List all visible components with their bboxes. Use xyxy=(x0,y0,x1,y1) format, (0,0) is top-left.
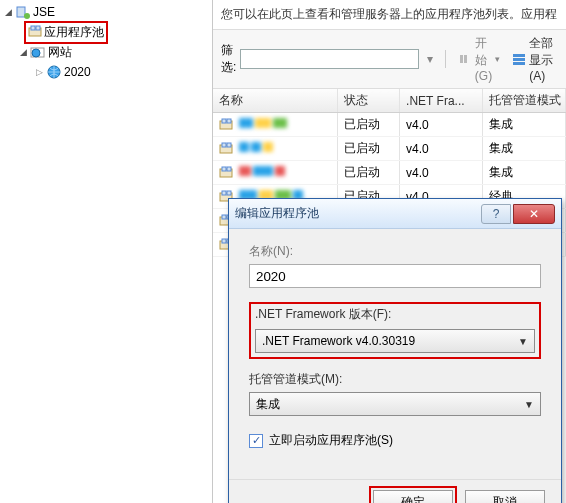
row-mode: 集成 xyxy=(483,137,566,161)
row-status: 已启动 xyxy=(337,161,399,185)
filter-dropdown[interactable]: ▾ xyxy=(423,50,437,68)
autostart-row[interactable]: ✓ 立即启动应用程序池(S) xyxy=(249,432,541,449)
obfuscated-name xyxy=(239,117,289,131)
svg-rect-26 xyxy=(222,215,226,219)
server-label: JSE xyxy=(33,5,55,19)
svg-rect-11 xyxy=(513,58,525,61)
toolbar: 筛选: ▾ 开始(G) ▾ 全部显示(A) xyxy=(213,29,566,89)
edit-apppool-dialog: 编辑应用程序池 ? ✕ 名称(N): .NET Framework 版本(F):… xyxy=(228,198,562,503)
svg-rect-18 xyxy=(227,143,231,147)
svg-point-1 xyxy=(24,13,30,19)
collapse-toggle[interactable]: ◢ xyxy=(18,47,28,57)
net-label: .NET Framework 版本(F): xyxy=(255,306,535,323)
svg-rect-4 xyxy=(36,26,40,30)
showall-icon xyxy=(512,52,526,66)
dialog-body: 名称(N): .NET Framework 版本(F): .NET Framew… xyxy=(229,229,561,479)
autostart-label: 立即启动应用程序池(S) xyxy=(269,432,393,449)
col-status[interactable]: 状态 xyxy=(337,89,399,113)
svg-rect-3 xyxy=(31,26,35,30)
globe-icon xyxy=(46,64,62,80)
apppools-label: 应用程序池 xyxy=(44,24,104,41)
col-net[interactable]: .NET Fra... xyxy=(400,89,483,113)
autostart-checkbox[interactable]: ✓ xyxy=(249,434,263,448)
separator xyxy=(445,50,446,68)
ok-button[interactable]: 确定 xyxy=(373,490,453,503)
table-row[interactable]: 已启动v4.0集成 xyxy=(213,113,566,137)
server-icon xyxy=(15,4,31,20)
row-status: 已启动 xyxy=(337,137,399,161)
dialog-titlebar[interactable]: 编辑应用程序池 ? ✕ xyxy=(229,199,561,229)
row-net: v4.0 xyxy=(400,137,483,161)
showall-label: 全部显示(A) xyxy=(529,35,554,83)
svg-point-6 xyxy=(32,49,40,57)
svg-rect-8 xyxy=(460,55,463,63)
net-framework-select[interactable]: .NET Framework v4.0.30319 ▼ xyxy=(255,329,535,353)
start-button[interactable]: 开始(G) ▾ xyxy=(454,33,504,85)
grid-header-row: 名称 状态 .NET Fra... 托管管道模式 xyxy=(213,89,566,113)
row-net: v4.0 xyxy=(400,113,483,137)
col-mode[interactable]: 托管管道模式 xyxy=(483,89,566,113)
row-net: v4.0 xyxy=(400,161,483,185)
connections-tree: ◢ JSE 应用程序池 ◢ 网站 ▷ xyxy=(0,0,213,503)
chevron-down-icon: ▼ xyxy=(518,336,528,347)
filter-label: 筛选: xyxy=(221,42,236,76)
help-button[interactable]: ? xyxy=(481,204,511,224)
tree-node-sites[interactable]: ◢ 网站 xyxy=(0,42,212,62)
start-label: 开始(G) xyxy=(475,35,492,83)
svg-rect-14 xyxy=(222,119,226,123)
tree-node-server[interactable]: ◢ JSE xyxy=(0,2,212,22)
apppool-icon xyxy=(219,165,235,181)
showall-button[interactable]: 全部显示(A) xyxy=(508,33,558,85)
svg-rect-17 xyxy=(222,143,226,147)
tree-node-site-2020[interactable]: ▷ 2020 xyxy=(0,62,212,82)
row-status: 已启动 xyxy=(337,113,399,137)
svg-rect-12 xyxy=(513,62,525,65)
table-row[interactable]: 已启动v4.0集成 xyxy=(213,161,566,185)
pipeline-mode-select[interactable]: 集成 ▼ xyxy=(249,392,541,416)
apppools-highlight: 应用程序池 xyxy=(24,21,108,44)
net-framework-highlight: .NET Framework 版本(F): .NET Framework v4.… xyxy=(249,302,541,359)
svg-rect-20 xyxy=(222,167,226,171)
site-label: 2020 xyxy=(64,65,91,79)
svg-rect-21 xyxy=(227,167,231,171)
intro-text: 您可以在此页上查看和管理服务器上的应用程序池列表。应用程 xyxy=(213,0,566,29)
col-name[interactable]: 名称 xyxy=(213,89,337,113)
row-mode: 集成 xyxy=(483,161,566,185)
apppool-icon xyxy=(219,117,235,133)
svg-rect-0 xyxy=(17,7,25,17)
sites-folder-icon xyxy=(30,44,46,60)
apppool-icon xyxy=(28,24,44,40)
name-field[interactable] xyxy=(249,264,541,288)
table-row[interactable]: 已启动v4.0集成 xyxy=(213,137,566,161)
row-mode: 集成 xyxy=(483,113,566,137)
cancel-button[interactable]: 取消 xyxy=(465,490,545,503)
apppool-icon xyxy=(219,141,235,157)
collapse-toggle[interactable]: ◢ xyxy=(3,7,13,17)
svg-rect-15 xyxy=(227,119,231,123)
dialog-title: 编辑应用程序池 xyxy=(235,205,479,222)
svg-rect-23 xyxy=(222,191,226,195)
dropdown-caret: ▾ xyxy=(495,54,500,64)
expand-toggle[interactable]: ▷ xyxy=(34,67,44,77)
obfuscated-name xyxy=(239,165,287,179)
net-value: .NET Framework v4.0.30319 xyxy=(262,334,415,348)
name-label: 名称(N): xyxy=(249,243,541,260)
svg-rect-29 xyxy=(222,239,226,243)
mode-label: 托管管道模式(M): xyxy=(249,371,541,388)
chevron-down-icon: ▼ xyxy=(524,399,534,410)
svg-rect-9 xyxy=(464,55,467,63)
tree-node-apppools[interactable]: 应用程序池 xyxy=(0,22,212,42)
sites-label: 网站 xyxy=(48,44,72,61)
dialog-buttons: 确定 取消 xyxy=(229,479,561,503)
obfuscated-name xyxy=(239,141,275,155)
close-button[interactable]: ✕ xyxy=(513,204,555,224)
svg-rect-24 xyxy=(227,191,231,195)
filter-input[interactable] xyxy=(240,49,419,69)
play-icon xyxy=(458,52,472,66)
spacer xyxy=(12,27,22,37)
mode-value: 集成 xyxy=(256,396,280,413)
svg-rect-10 xyxy=(513,54,525,57)
